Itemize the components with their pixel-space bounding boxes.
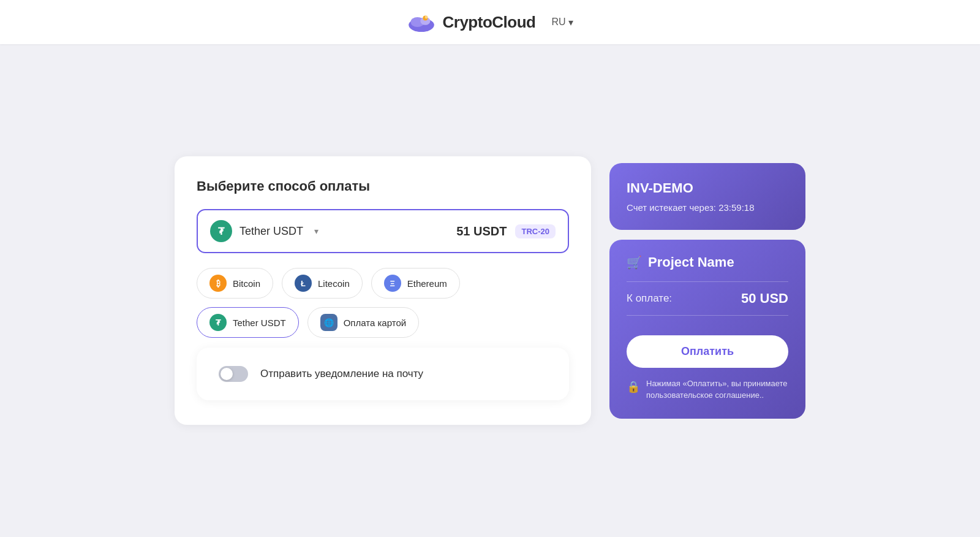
project-name: Project Name <box>648 254 734 270</box>
usdt-icon: ₮ <box>209 314 227 331</box>
timer-label: Счет истекает через: <box>627 202 716 213</box>
lang-label: RU <box>551 17 565 28</box>
project-header: 🛒 Project Name <box>627 254 788 270</box>
tether-icon: ₮ <box>210 220 232 242</box>
header: CryptoCloud RU ▾ <box>0 0 980 44</box>
ltc-label: Litecoin <box>318 278 350 289</box>
toggle-knob <box>221 368 233 380</box>
btc-label: Bitcoin <box>233 278 260 289</box>
coin-option-usdt[interactable]: ₮ Tether USDT <box>197 307 299 338</box>
coin-option-card[interactable]: 🌐 Оплата картой <box>307 307 419 338</box>
card-label: Оплата картой <box>344 318 406 328</box>
cart-icon: 🛒 <box>627 255 642 270</box>
eth-icon: Ξ <box>384 275 401 292</box>
left-panel: Выберите способ оплаты ₮ Tether USDT ▾ 5… <box>175 156 591 425</box>
lock-icon: 🔒 <box>627 379 640 395</box>
coin-option-eth[interactable]: Ξ Ethereum <box>371 268 460 299</box>
invoice-card: INV-DEMO Счет истекает через: 23:59:18 <box>609 163 805 230</box>
invoice-timer: Счет истекает через: 23:59:18 <box>627 202 788 213</box>
eth-label: Ethereum <box>407 278 447 289</box>
notification-label: Отправить уведомление на почту <box>260 368 423 380</box>
invoice-id: INV-DEMO <box>627 180 788 196</box>
payment-selector[interactable]: ₮ Tether USDT ▾ 51 USDT TRC-20 <box>197 209 569 253</box>
network-badge: TRC-20 <box>515 224 556 238</box>
svg-point-4 <box>425 16 428 19</box>
pay-button[interactable]: Оплатить <box>627 335 788 368</box>
terms-area: 🔒 Нажимая «Оплатить», вы принимаете поль… <box>627 378 788 402</box>
divider-top <box>627 281 788 282</box>
notification-toggle[interactable] <box>219 366 248 382</box>
coin-option-btc[interactable]: ₿ Bitcoin <box>197 268 273 299</box>
logo-area: CryptoCloud RU ▾ <box>407 11 573 33</box>
notification-section: Отправить уведомление на почту <box>197 348 569 400</box>
dropdown-chevron-icon: ▾ <box>314 226 318 236</box>
timer-value: 23:59:18 <box>718 202 754 213</box>
lang-selector[interactable]: RU ▾ <box>551 17 573 28</box>
payment-amount: 50 USD <box>741 291 788 307</box>
project-card: 🛒 Project Name К оплате: 50 USD Оплатить… <box>609 240 805 419</box>
btc-icon: ₿ <box>209 275 227 292</box>
divider-bottom <box>627 315 788 316</box>
logo-icon <box>407 11 436 33</box>
panel-title: Выберите способ оплаты <box>197 178 569 194</box>
main-content: Выберите способ оплаты ₮ Tether USDT ▾ 5… <box>0 44 980 537</box>
selected-coin-name: Tether USDT <box>239 225 303 238</box>
card-icon: 🌐 <box>320 314 337 331</box>
ltc-icon: Ł <box>295 275 312 292</box>
payment-label: К оплате: <box>627 292 672 305</box>
payment-row: К оплате: 50 USD <box>627 291 788 307</box>
logo-text: CryptoCloud <box>442 13 535 32</box>
right-panel: INV-DEMO Счет истекает через: 23:59:18 🛒… <box>609 163 805 419</box>
coin-options: ₿ Bitcoin Ł Litecoin Ξ Ethereum ₮ Tether… <box>197 268 569 338</box>
chevron-down-icon: ▾ <box>568 17 573 28</box>
amount-area: 51 USDT TRC-20 <box>456 224 556 238</box>
coin-option-ltc[interactable]: Ł Litecoin <box>282 268 363 299</box>
terms-label: Нажимая «Оплатить», вы принимаете пользо… <box>646 378 788 402</box>
amount-value: 51 USDT <box>456 224 507 238</box>
selected-coin: ₮ Tether USDT ▾ <box>210 220 318 242</box>
usdt-label: Tether USDT <box>233 318 286 328</box>
